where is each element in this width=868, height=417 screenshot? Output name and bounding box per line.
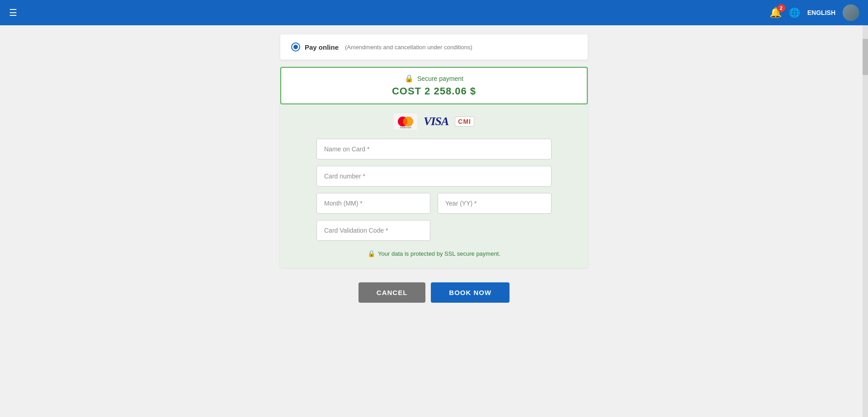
month-input[interactable] [316,193,430,214]
scrollbar-thumb[interactable] [863,39,868,75]
secure-payment-header: 🔒 Secure payment COST 2 258.06 $ [280,67,588,104]
navbar-left: ☰ [9,7,17,18]
secure-payment-card: 🔒 Secure payment COST 2 258.06 $ masterc… [280,67,588,268]
cost-text: COST 2 258.06 $ [290,85,578,97]
expiry-row [316,193,552,214]
cancel-button[interactable]: CANCEL [359,282,426,303]
card-number-input[interactable] [316,166,552,187]
main-content: Pay online (Amendments and cancellation … [0,25,868,417]
center-panel: Pay online (Amendments and cancellation … [280,34,588,399]
hamburger-icon[interactable]: ☰ [9,7,17,18]
mastercard-logo: mastercard [394,113,417,130]
pay-online-label: Pay online [305,43,339,51]
ssl-notice: 🔒 Your data is protected by SSL secure p… [316,250,552,257]
secure-label-row: 🔒 Secure payment [290,74,578,83]
navbar: ☰ 🔔 2 🌐 ENGLISH [0,0,868,25]
avatar[interactable] [843,5,859,21]
form-section: 🔒 Your data is protected by SSL secure p… [280,139,588,257]
cvv-input[interactable] [316,220,430,241]
pay-online-sublabel: (Amendments and cancellation under condi… [345,44,472,51]
pay-online-row: Pay online (Amendments and cancellation … [291,42,577,52]
svg-text:mastercard: mastercard [400,126,411,129]
name-on-card-input[interactable] [316,139,552,159]
pay-online-card: Pay online (Amendments and cancellation … [280,34,588,60]
secure-label: Secure payment [417,75,463,82]
notification-badge: 2 [777,4,785,12]
year-input[interactable] [438,193,552,214]
cmi-logo: CMI [455,117,474,127]
ssl-text: Your data is protected by SSL secure pay… [378,250,500,257]
scrollbar-track [863,25,868,417]
globe-icon: 🌐 [789,7,800,18]
buttons-row: CANCEL BOOK NOW [280,282,588,303]
ssl-lock-icon: 🔒 [368,250,375,257]
navbar-right: 🔔 2 🌐 ENGLISH [769,5,859,21]
pay-online-radio[interactable] [291,42,300,52]
lock-icon: 🔒 [405,74,414,83]
avatar-image [843,5,859,21]
visa-logo: VISA [424,115,448,128]
notification-bell[interactable]: 🔔 2 [769,7,782,19]
language-label[interactable]: ENGLISH [807,9,835,16]
radio-inner [293,45,298,49]
book-now-button[interactable]: BOOK NOW [431,282,509,303]
card-logos: mastercard VISA CMI [280,113,588,130]
